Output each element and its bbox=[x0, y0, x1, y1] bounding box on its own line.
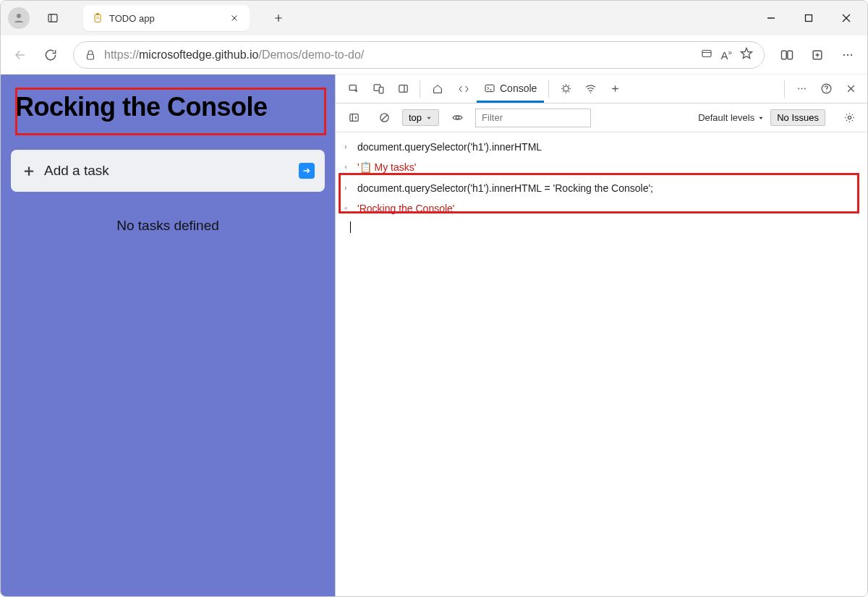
devtools-panel: Console top Default levels bbox=[335, 75, 867, 596]
browser-tab[interactable]: TODO app bbox=[83, 5, 250, 31]
address-bar[interactable]: https://microsoftedge.github.io/Demos/de… bbox=[73, 41, 765, 69]
tab-elements[interactable] bbox=[451, 75, 477, 103]
svg-marker-19 bbox=[741, 48, 752, 58]
svg-line-41 bbox=[563, 85, 563, 86]
empty-state-text: No tasks defined bbox=[11, 218, 325, 234]
favorite-button[interactable] bbox=[739, 46, 754, 64]
tab-actions-button[interactable] bbox=[40, 5, 66, 31]
svg-rect-3 bbox=[95, 14, 101, 22]
clear-console-button[interactable] bbox=[372, 106, 396, 130]
submit-task-button[interactable] bbox=[299, 163, 315, 179]
console-sidebar-toggle[interactable] bbox=[341, 106, 366, 130]
add-task-label: Add a task bbox=[44, 163, 292, 179]
svg-point-25 bbox=[843, 54, 845, 55]
tab-welcome[interactable] bbox=[425, 75, 451, 103]
svg-point-62 bbox=[848, 116, 851, 119]
devtools-close-button[interactable] bbox=[838, 77, 863, 101]
profile-button[interactable] bbox=[8, 7, 30, 29]
svg-point-48 bbox=[798, 88, 799, 90]
log-levels-dropdown[interactable]: Default levels bbox=[698, 112, 765, 123]
console-input-row: document.querySelector('h1').innerHTML bbox=[336, 137, 867, 157]
svg-line-43 bbox=[563, 91, 563, 92]
live-expression-button[interactable] bbox=[445, 106, 469, 130]
svg-point-49 bbox=[801, 88, 802, 90]
svg-rect-21 bbox=[788, 51, 793, 59]
url-text: https://microsoftedge.github.io/Demos/de… bbox=[104, 48, 364, 62]
tab-console[interactable]: Console bbox=[477, 75, 544, 103]
new-tab-button[interactable] bbox=[267, 7, 290, 30]
svg-marker-59 bbox=[427, 117, 431, 119]
svg-point-0 bbox=[17, 14, 21, 18]
add-task-row[interactable]: ＋ Add a task bbox=[11, 150, 325, 192]
svg-line-58 bbox=[381, 115, 386, 120]
svg-rect-1 bbox=[48, 14, 57, 22]
svg-rect-31 bbox=[379, 87, 383, 93]
console-output-row: '📋 My tasks' bbox=[336, 157, 867, 177]
more-tabs-button[interactable] bbox=[603, 77, 627, 101]
svg-point-26 bbox=[847, 54, 848, 55]
console-toolbar: top Default levels No Issues bbox=[336, 103, 867, 132]
svg-rect-32 bbox=[399, 85, 407, 93]
devtools-more-button[interactable] bbox=[789, 77, 814, 101]
page-heading: Rocking the Console bbox=[11, 85, 325, 130]
svg-rect-16 bbox=[88, 54, 94, 59]
devtools-tabbar: Console bbox=[336, 75, 867, 103]
browser-toolbar: https://microsoftedge.github.io/Demos/de… bbox=[1, 35, 867, 75]
tab-issues-icon[interactable] bbox=[553, 77, 578, 101]
device-emulation-button[interactable] bbox=[366, 77, 391, 101]
svg-rect-55 bbox=[349, 114, 357, 122]
svg-line-44 bbox=[569, 85, 569, 86]
svg-rect-4 bbox=[96, 13, 99, 15]
svg-point-50 bbox=[804, 88, 805, 90]
svg-point-27 bbox=[851, 54, 852, 55]
page-viewport: Rocking the Console ＋ Add a task No task… bbox=[1, 75, 335, 596]
svg-rect-34 bbox=[485, 85, 494, 91]
lock-icon bbox=[84, 48, 97, 62]
svg-rect-20 bbox=[782, 51, 787, 59]
window-titlebar: TODO app bbox=[1, 1, 867, 35]
devtools-help-button[interactable] bbox=[814, 77, 838, 101]
tab-network-conditions-icon[interactable] bbox=[578, 77, 603, 101]
dock-side-button[interactable] bbox=[391, 77, 415, 101]
minimize-button[interactable] bbox=[754, 2, 788, 34]
console-filter-input[interactable] bbox=[475, 109, 591, 127]
back-button[interactable] bbox=[7, 41, 34, 69]
console-input-row: document.querySelector('h1').innerHTML =… bbox=[336, 178, 867, 198]
collections-button[interactable] bbox=[804, 41, 831, 69]
maximize-button[interactable] bbox=[792, 2, 825, 34]
context-selector[interactable]: top bbox=[402, 109, 439, 126]
close-window-button[interactable] bbox=[830, 2, 863, 34]
issues-button[interactable]: No Issues bbox=[770, 109, 825, 126]
inspect-element-button[interactable] bbox=[341, 77, 366, 101]
clipboard-icon bbox=[92, 12, 103, 24]
read-aloud-button[interactable]: A» bbox=[720, 48, 732, 62]
svg-point-52 bbox=[825, 90, 826, 91]
text-cursor bbox=[350, 221, 351, 233]
console-log-area[interactable]: document.querySelector('h1').innerHTML '… bbox=[336, 132, 867, 596]
app-available-icon[interactable] bbox=[700, 47, 713, 63]
split-screen-button[interactable] bbox=[773, 41, 801, 69]
close-tab-button[interactable] bbox=[228, 12, 241, 25]
more-button[interactable] bbox=[834, 41, 861, 69]
console-output-row: 'Rocking the Console' bbox=[336, 198, 867, 219]
svg-point-36 bbox=[563, 86, 569, 91]
svg-point-60 bbox=[456, 116, 459, 119]
svg-marker-61 bbox=[760, 117, 763, 119]
refresh-button[interactable] bbox=[37, 41, 64, 69]
svg-rect-17 bbox=[702, 50, 711, 56]
tab-console-label: Console bbox=[500, 82, 537, 94]
svg-rect-12 bbox=[806, 15, 812, 22]
svg-line-42 bbox=[569, 91, 569, 92]
console-prompt-row[interactable] bbox=[336, 219, 867, 235]
plus-icon: ＋ bbox=[21, 160, 37, 182]
console-settings-button[interactable] bbox=[837, 106, 861, 130]
svg-point-45 bbox=[590, 92, 591, 93]
tab-title: TODO app bbox=[109, 13, 222, 24]
